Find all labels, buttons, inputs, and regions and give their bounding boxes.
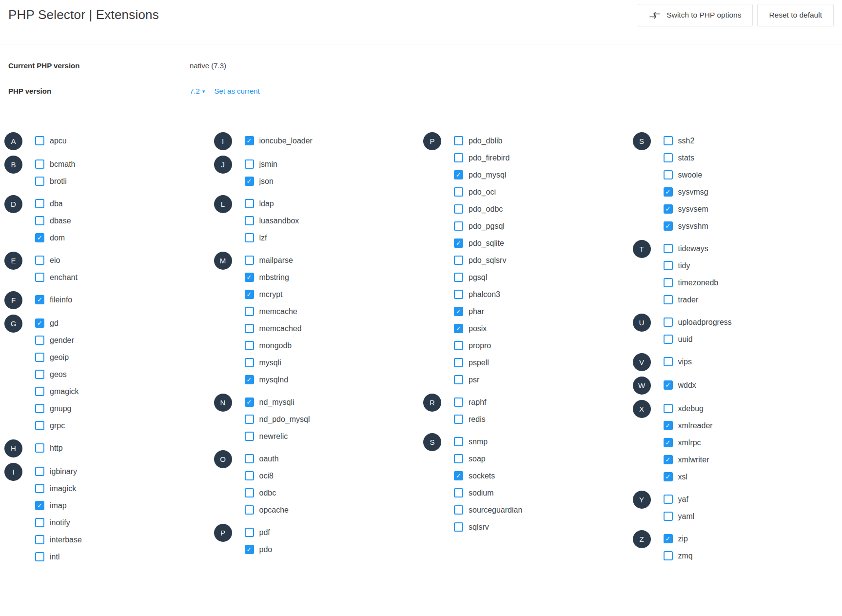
checkbox-sqlsrv[interactable]	[454, 522, 463, 532]
checkbox-pgsql[interactable]	[454, 273, 463, 282]
php-version-dropdown[interactable]: 7.2 ▾	[190, 87, 205, 95]
extension-label-imap: imap	[50, 501, 67, 510]
checkbox-xsl[interactable]	[664, 472, 673, 481]
checkbox-ssh2[interactable]	[664, 136, 673, 145]
checkbox-pdo_pgsql[interactable]	[454, 221, 463, 231]
checkbox-dba[interactable]	[35, 199, 44, 208]
extension-row-interbase: interbase	[35, 531, 214, 548]
checkbox-jsmin[interactable]	[245, 159, 254, 169]
checkbox-oauth[interactable]	[245, 454, 254, 463]
checkbox-phalcon3[interactable]	[454, 290, 463, 299]
checkbox-pdo_mysql[interactable]	[454, 170, 463, 179]
checkbox-http[interactable]	[35, 443, 44, 453]
checkbox-yaf[interactable]	[664, 495, 673, 504]
checkbox-tidy[interactable]	[664, 261, 673, 270]
checkbox-bcmath[interactable]	[35, 159, 44, 169]
checkbox-oci8[interactable]	[245, 471, 254, 480]
checkbox-nd_pdo_mysql[interactable]	[245, 415, 254, 424]
checkbox-zip[interactable]	[664, 534, 673, 543]
checkbox-gmagick[interactable]	[35, 387, 44, 396]
checkbox-xmlwriter[interactable]	[664, 455, 673, 464]
checkbox-propro[interactable]	[454, 341, 463, 350]
checkbox-stats[interactable]	[664, 153, 673, 162]
checkbox-xmlrpc[interactable]	[664, 438, 673, 447]
checkbox-pdf[interactable]	[245, 528, 254, 537]
checkbox-enchant[interactable]	[35, 273, 44, 282]
checkbox-uuid[interactable]	[664, 335, 673, 344]
checkbox-sockets[interactable]	[454, 471, 463, 480]
checkbox-xmlreader[interactable]	[664, 421, 673, 430]
checkbox-json[interactable]	[245, 177, 254, 186]
checkbox-pspell[interactable]	[454, 358, 463, 367]
checkbox-vips[interactable]	[664, 357, 673, 366]
checkbox-newrelic[interactable]	[245, 432, 254, 441]
checkbox-interbase[interactable]	[35, 535, 44, 544]
checkbox-phar[interactable]	[454, 307, 463, 316]
checkbox-pdo_sqlite[interactable]	[454, 238, 463, 248]
checkbox-zmq[interactable]	[664, 551, 673, 560]
checkbox-swoole[interactable]	[664, 170, 673, 179]
checkbox-grpc[interactable]	[35, 421, 44, 430]
checkbox-nd_mysqli[interactable]	[245, 397, 254, 407]
checkbox-pdo_odbc[interactable]	[454, 204, 463, 214]
checkbox-opcache[interactable]	[245, 505, 254, 515]
checkbox-memcached[interactable]	[245, 324, 254, 333]
checkbox-wddx[interactable]	[664, 380, 673, 390]
checkbox-sysvmsg[interactable]	[664, 187, 673, 197]
checkbox-pdo_oci[interactable]	[454, 187, 463, 197]
checkbox-pdo[interactable]	[245, 545, 254, 554]
extension-items: raphfredis	[454, 394, 633, 428]
checkbox-fileinfo[interactable]	[35, 295, 44, 304]
checkbox-memcache[interactable]	[245, 307, 254, 316]
checkbox-sourceguardian[interactable]	[454, 505, 463, 515]
checkbox-lzf[interactable]	[245, 233, 254, 242]
checkbox-pdo_sqlsrv[interactable]	[454, 256, 463, 265]
checkbox-uploadprogress[interactable]	[664, 318, 673, 327]
checkbox-mysqli[interactable]	[245, 358, 254, 367]
checkbox-ioncube_loader[interactable]	[245, 136, 254, 145]
checkbox-xdebug[interactable]	[664, 404, 673, 413]
checkbox-intl[interactable]	[35, 552, 44, 561]
checkbox-apcu[interactable]	[35, 136, 44, 145]
checkbox-mbstring[interactable]	[245, 273, 254, 282]
checkbox-luasandbox[interactable]	[245, 216, 254, 225]
checkbox-soap[interactable]	[454, 454, 463, 463]
checkbox-inotify[interactable]	[35, 518, 44, 527]
checkbox-pdo_firebird[interactable]	[454, 153, 463, 162]
checkbox-trader[interactable]	[664, 295, 673, 304]
checkbox-igbinary[interactable]	[35, 467, 44, 476]
checkbox-eio[interactable]	[35, 256, 44, 265]
checkbox-snmp[interactable]	[454, 437, 463, 446]
reset-to-default-button[interactable]: Reset to default	[757, 4, 834, 26]
checkbox-sysvshm[interactable]	[664, 221, 673, 231]
checkbox-pdo_dblib[interactable]	[454, 136, 463, 145]
checkbox-geos[interactable]	[35, 370, 44, 379]
checkbox-mailparse[interactable]	[245, 256, 254, 265]
checkbox-yaml[interactable]	[664, 512, 673, 521]
checkbox-redis[interactable]	[454, 415, 463, 424]
checkbox-odbc[interactable]	[245, 488, 254, 497]
switch-to-php-options-button[interactable]: Switch to PHP options	[638, 4, 753, 26]
checkbox-dbase[interactable]	[35, 216, 44, 225]
set-as-current-link[interactable]: Set as current	[214, 87, 259, 95]
checkbox-posix[interactable]	[454, 324, 463, 333]
checkbox-timezonedb[interactable]	[664, 278, 673, 287]
checkbox-raphf[interactable]	[454, 397, 463, 407]
checkbox-mcrypt[interactable]	[245, 290, 254, 299]
checkbox-sysvsem[interactable]	[664, 204, 673, 214]
checkbox-ldap[interactable]	[245, 199, 254, 208]
checkbox-imap[interactable]	[35, 501, 44, 510]
checkbox-mongodb[interactable]	[245, 341, 254, 350]
checkbox-dom[interactable]	[35, 233, 44, 242]
checkbox-gender[interactable]	[35, 336, 44, 345]
checkbox-sodium[interactable]	[454, 488, 463, 497]
checkbox-geoip[interactable]	[35, 353, 44, 362]
checkbox-mysqlnd[interactable]	[245, 375, 254, 384]
checkbox-gd[interactable]	[35, 318, 44, 328]
checkbox-psr[interactable]	[454, 375, 463, 384]
checkbox-brotli[interactable]	[35, 177, 44, 186]
checkbox-gnupg[interactable]	[35, 404, 44, 413]
checkbox-imagick[interactable]	[35, 484, 44, 493]
checkbox-tideways[interactable]	[664, 244, 673, 253]
page-title: PHP Selector | Extensions	[8, 7, 159, 22]
